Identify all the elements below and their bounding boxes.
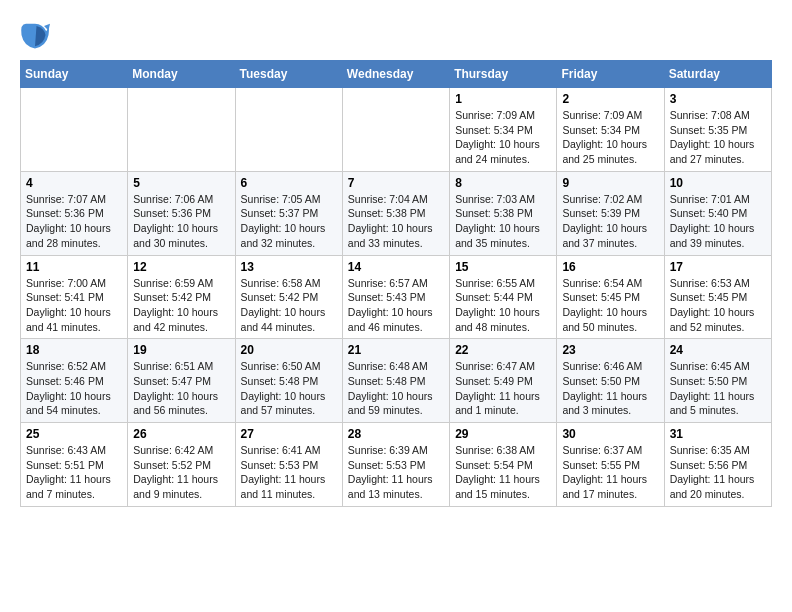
calendar-cell: 27Sunrise: 6:41 AM Sunset: 5:53 PM Dayli… xyxy=(235,423,342,507)
day-info: Sunrise: 7:08 AM Sunset: 5:35 PM Dayligh… xyxy=(670,108,766,167)
calendar-cell: 4Sunrise: 7:07 AM Sunset: 5:36 PM Daylig… xyxy=(21,171,128,255)
day-number: 10 xyxy=(670,176,766,190)
calendar-cell: 11Sunrise: 7:00 AM Sunset: 5:41 PM Dayli… xyxy=(21,255,128,339)
calendar-cell: 24Sunrise: 6:45 AM Sunset: 5:50 PM Dayli… xyxy=(664,339,771,423)
calendar-cell: 8Sunrise: 7:03 AM Sunset: 5:38 PM Daylig… xyxy=(450,171,557,255)
day-number: 9 xyxy=(562,176,658,190)
day-info: Sunrise: 6:55 AM Sunset: 5:44 PM Dayligh… xyxy=(455,276,551,335)
day-number: 2 xyxy=(562,92,658,106)
day-info: Sunrise: 6:38 AM Sunset: 5:54 PM Dayligh… xyxy=(455,443,551,502)
calendar-cell: 25Sunrise: 6:43 AM Sunset: 5:51 PM Dayli… xyxy=(21,423,128,507)
day-number: 8 xyxy=(455,176,551,190)
calendar-cell: 16Sunrise: 6:54 AM Sunset: 5:45 PM Dayli… xyxy=(557,255,664,339)
day-number: 17 xyxy=(670,260,766,274)
day-info: Sunrise: 6:35 AM Sunset: 5:56 PM Dayligh… xyxy=(670,443,766,502)
day-info: Sunrise: 6:51 AM Sunset: 5:47 PM Dayligh… xyxy=(133,359,229,418)
day-info: Sunrise: 6:54 AM Sunset: 5:45 PM Dayligh… xyxy=(562,276,658,335)
day-info: Sunrise: 7:05 AM Sunset: 5:37 PM Dayligh… xyxy=(241,192,337,251)
week-row-2: 4Sunrise: 7:07 AM Sunset: 5:36 PM Daylig… xyxy=(21,171,772,255)
day-info: Sunrise: 6:41 AM Sunset: 5:53 PM Dayligh… xyxy=(241,443,337,502)
day-number: 18 xyxy=(26,343,122,357)
day-number: 24 xyxy=(670,343,766,357)
day-info: Sunrise: 6:58 AM Sunset: 5:42 PM Dayligh… xyxy=(241,276,337,335)
day-number: 7 xyxy=(348,176,444,190)
week-row-1: 1Sunrise: 7:09 AM Sunset: 5:34 PM Daylig… xyxy=(21,88,772,172)
day-number: 6 xyxy=(241,176,337,190)
calendar-cell: 7Sunrise: 7:04 AM Sunset: 5:38 PM Daylig… xyxy=(342,171,449,255)
calendar-cell xyxy=(235,88,342,172)
day-info: Sunrise: 6:47 AM Sunset: 5:49 PM Dayligh… xyxy=(455,359,551,418)
day-number: 13 xyxy=(241,260,337,274)
calendar-cell: 31Sunrise: 6:35 AM Sunset: 5:56 PM Dayli… xyxy=(664,423,771,507)
day-info: Sunrise: 7:02 AM Sunset: 5:39 PM Dayligh… xyxy=(562,192,658,251)
calendar-cell: 18Sunrise: 6:52 AM Sunset: 5:46 PM Dayli… xyxy=(21,339,128,423)
calendar-cell: 6Sunrise: 7:05 AM Sunset: 5:37 PM Daylig… xyxy=(235,171,342,255)
logo xyxy=(20,20,54,50)
header-sunday: Sunday xyxy=(21,61,128,88)
calendar-cell: 10Sunrise: 7:01 AM Sunset: 5:40 PM Dayli… xyxy=(664,171,771,255)
day-info: Sunrise: 6:42 AM Sunset: 5:52 PM Dayligh… xyxy=(133,443,229,502)
calendar-cell: 3Sunrise: 7:08 AM Sunset: 5:35 PM Daylig… xyxy=(664,88,771,172)
day-number: 31 xyxy=(670,427,766,441)
calendar-cell: 13Sunrise: 6:58 AM Sunset: 5:42 PM Dayli… xyxy=(235,255,342,339)
calendar-cell: 2Sunrise: 7:09 AM Sunset: 5:34 PM Daylig… xyxy=(557,88,664,172)
day-info: Sunrise: 7:04 AM Sunset: 5:38 PM Dayligh… xyxy=(348,192,444,251)
week-row-4: 18Sunrise: 6:52 AM Sunset: 5:46 PM Dayli… xyxy=(21,339,772,423)
calendar-cell xyxy=(128,88,235,172)
day-number: 22 xyxy=(455,343,551,357)
calendar-cell: 28Sunrise: 6:39 AM Sunset: 5:53 PM Dayli… xyxy=(342,423,449,507)
day-number: 20 xyxy=(241,343,337,357)
page-header xyxy=(20,20,772,50)
calendar-cell: 14Sunrise: 6:57 AM Sunset: 5:43 PM Dayli… xyxy=(342,255,449,339)
calendar-cell: 9Sunrise: 7:02 AM Sunset: 5:39 PM Daylig… xyxy=(557,171,664,255)
day-info: Sunrise: 6:53 AM Sunset: 5:45 PM Dayligh… xyxy=(670,276,766,335)
day-info: Sunrise: 6:48 AM Sunset: 5:48 PM Dayligh… xyxy=(348,359,444,418)
header-tuesday: Tuesday xyxy=(235,61,342,88)
calendar-cell: 22Sunrise: 6:47 AM Sunset: 5:49 PM Dayli… xyxy=(450,339,557,423)
calendar-cell: 1Sunrise: 7:09 AM Sunset: 5:34 PM Daylig… xyxy=(450,88,557,172)
header-saturday: Saturday xyxy=(664,61,771,88)
header-thursday: Thursday xyxy=(450,61,557,88)
calendar-cell xyxy=(21,88,128,172)
calendar-cell: 30Sunrise: 6:37 AM Sunset: 5:55 PM Dayli… xyxy=(557,423,664,507)
day-number: 16 xyxy=(562,260,658,274)
day-number: 1 xyxy=(455,92,551,106)
day-number: 4 xyxy=(26,176,122,190)
day-info: Sunrise: 7:09 AM Sunset: 5:34 PM Dayligh… xyxy=(455,108,551,167)
week-row-3: 11Sunrise: 7:00 AM Sunset: 5:41 PM Dayli… xyxy=(21,255,772,339)
day-info: Sunrise: 6:50 AM Sunset: 5:48 PM Dayligh… xyxy=(241,359,337,418)
day-number: 27 xyxy=(241,427,337,441)
day-number: 26 xyxy=(133,427,229,441)
day-number: 30 xyxy=(562,427,658,441)
header-monday: Monday xyxy=(128,61,235,88)
calendar-cell: 20Sunrise: 6:50 AM Sunset: 5:48 PM Dayli… xyxy=(235,339,342,423)
day-number: 28 xyxy=(348,427,444,441)
day-number: 15 xyxy=(455,260,551,274)
day-info: Sunrise: 7:06 AM Sunset: 5:36 PM Dayligh… xyxy=(133,192,229,251)
day-number: 14 xyxy=(348,260,444,274)
day-number: 25 xyxy=(26,427,122,441)
calendar-table: SundayMondayTuesdayWednesdayThursdayFrid… xyxy=(20,60,772,507)
day-number: 23 xyxy=(562,343,658,357)
day-info: Sunrise: 7:01 AM Sunset: 5:40 PM Dayligh… xyxy=(670,192,766,251)
calendar-cell: 12Sunrise: 6:59 AM Sunset: 5:42 PM Dayli… xyxy=(128,255,235,339)
day-number: 29 xyxy=(455,427,551,441)
day-info: Sunrise: 6:45 AM Sunset: 5:50 PM Dayligh… xyxy=(670,359,766,418)
calendar-cell xyxy=(342,88,449,172)
calendar-cell: 15Sunrise: 6:55 AM Sunset: 5:44 PM Dayli… xyxy=(450,255,557,339)
logo-icon xyxy=(20,20,50,50)
day-info: Sunrise: 7:07 AM Sunset: 5:36 PM Dayligh… xyxy=(26,192,122,251)
calendar-cell: 21Sunrise: 6:48 AM Sunset: 5:48 PM Dayli… xyxy=(342,339,449,423)
day-info: Sunrise: 6:59 AM Sunset: 5:42 PM Dayligh… xyxy=(133,276,229,335)
day-info: Sunrise: 7:03 AM Sunset: 5:38 PM Dayligh… xyxy=(455,192,551,251)
calendar-cell: 26Sunrise: 6:42 AM Sunset: 5:52 PM Dayli… xyxy=(128,423,235,507)
day-number: 12 xyxy=(133,260,229,274)
calendar-cell: 17Sunrise: 6:53 AM Sunset: 5:45 PM Dayli… xyxy=(664,255,771,339)
header-wednesday: Wednesday xyxy=(342,61,449,88)
day-info: Sunrise: 6:52 AM Sunset: 5:46 PM Dayligh… xyxy=(26,359,122,418)
calendar-cell: 23Sunrise: 6:46 AM Sunset: 5:50 PM Dayli… xyxy=(557,339,664,423)
day-info: Sunrise: 6:39 AM Sunset: 5:53 PM Dayligh… xyxy=(348,443,444,502)
calendar-cell: 29Sunrise: 6:38 AM Sunset: 5:54 PM Dayli… xyxy=(450,423,557,507)
calendar-cell: 5Sunrise: 7:06 AM Sunset: 5:36 PM Daylig… xyxy=(128,171,235,255)
calendar-header-row: SundayMondayTuesdayWednesdayThursdayFrid… xyxy=(21,61,772,88)
